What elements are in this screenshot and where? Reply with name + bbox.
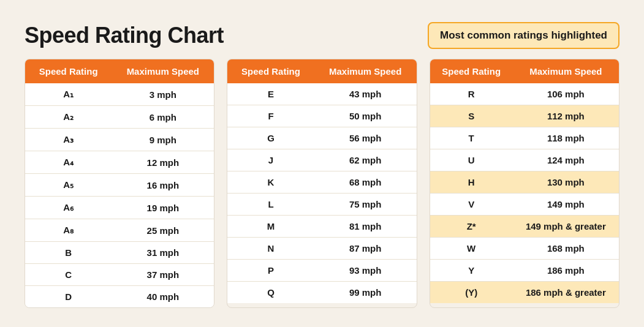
speed-cell: 130 mph <box>513 171 619 194</box>
table-row: W168 mph <box>430 238 619 260</box>
speed-cell: 186 mph <box>513 260 619 282</box>
rating-cell: K <box>227 171 314 194</box>
rating-cell: S <box>430 105 513 127</box>
speed-cell: 93 mph <box>314 260 417 282</box>
table-row: Q99 mph <box>227 282 416 304</box>
table-row: V149 mph <box>430 194 619 216</box>
table-row: (Y)186 mph & greater <box>430 282 619 304</box>
rating-cell: A₈ <box>25 219 112 242</box>
speed-cell: 43 mph <box>314 83 417 105</box>
rating-cell: C <box>25 264 112 286</box>
speed-cell: 149 mph <box>513 194 619 216</box>
speed-cell: 186 mph & greater <box>513 282 619 304</box>
speed-cell: 25 mph <box>112 219 214 242</box>
table-row: Z*149 mph & greater <box>430 216 619 238</box>
rating-cell: D <box>25 286 112 308</box>
table-row: F50 mph <box>227 105 416 127</box>
rating-cell: A₅ <box>25 174 112 197</box>
table3: Speed Rating Maximum Speed R106 mphS112 … <box>430 59 619 303</box>
speed-cell: 68 mph <box>314 171 417 194</box>
rating-cell: M <box>227 216 314 238</box>
speed-cell: 124 mph <box>513 149 619 171</box>
rating-cell: Q <box>227 282 314 304</box>
speed-cell: 118 mph <box>513 127 619 149</box>
table2: Speed Rating Maximum Speed E43 mphF50 mp… <box>227 59 416 303</box>
table3-header-rating: Speed Rating <box>430 59 513 83</box>
rating-cell: E <box>227 83 314 105</box>
tables-row: Speed Rating Maximum Speed A₁3 mphA₂6 mp… <box>25 59 619 308</box>
speed-cell: 75 mph <box>314 194 417 216</box>
rating-cell: T <box>430 127 513 149</box>
rating-cell: B <box>25 242 112 264</box>
table-row: B31 mph <box>25 242 214 264</box>
page-container: Speed Rating Chart Most common ratings h… <box>12 12 632 318</box>
table-row: R106 mph <box>430 83 619 105</box>
table-row: E43 mph <box>227 83 416 105</box>
rating-cell: F <box>227 105 314 127</box>
rating-cell: V <box>430 194 513 216</box>
speed-cell: 99 mph <box>314 282 417 304</box>
speed-cell: 12 mph <box>112 151 214 174</box>
table1-header-speed: Maximum Speed <box>112 59 214 83</box>
speed-cell: 6 mph <box>112 106 214 129</box>
table1: Speed Rating Maximum Speed A₁3 mphA₂6 mp… <box>25 59 214 307</box>
speed-cell: 3 mph <box>112 83 214 106</box>
speed-cell: 62 mph <box>314 149 417 171</box>
rating-cell: H <box>430 171 513 194</box>
rating-cell: A₂ <box>25 106 112 129</box>
speed-cell: 81 mph <box>314 216 417 238</box>
rating-cell: U <box>430 149 513 171</box>
table2-header-speed: Maximum Speed <box>314 59 417 83</box>
table-row: G56 mph <box>227 127 416 149</box>
table-row: A₆19 mph <box>25 197 214 219</box>
table-row: L75 mph <box>227 194 416 216</box>
table3-wrapper: Speed Rating Maximum Speed R106 mphS112 … <box>430 59 619 308</box>
table-row: C37 mph <box>25 264 214 286</box>
table-row: K68 mph <box>227 171 416 194</box>
speed-cell: 112 mph <box>513 105 619 127</box>
rating-cell: (Y) <box>430 282 513 304</box>
table-row: A₂6 mph <box>25 106 214 129</box>
speed-cell: 40 mph <box>112 286 214 308</box>
speed-cell: 9 mph <box>112 129 214 151</box>
table-row: A₃9 mph <box>25 129 214 151</box>
rating-cell: N <box>227 238 314 260</box>
table-row: S112 mph <box>430 105 619 127</box>
rating-cell: J <box>227 149 314 171</box>
table-row: J62 mph <box>227 149 416 171</box>
rating-cell: P <box>227 260 314 282</box>
speed-cell: 19 mph <box>112 197 214 219</box>
rating-cell: A₄ <box>25 151 112 174</box>
table-row: U124 mph <box>430 149 619 171</box>
highlight-badge: Most common ratings highlighted <box>428 22 619 49</box>
table1-wrapper: Speed Rating Maximum Speed A₁3 mphA₂6 mp… <box>25 59 214 308</box>
table-row: A₅16 mph <box>25 174 214 197</box>
table-row: T118 mph <box>430 127 619 149</box>
speed-cell: 31 mph <box>112 242 214 264</box>
table-row: A₁3 mph <box>25 83 214 106</box>
table-row: D40 mph <box>25 286 214 308</box>
table3-header-speed: Maximum Speed <box>513 59 619 83</box>
table1-header-rating: Speed Rating <box>25 59 112 83</box>
rating-cell: Z* <box>430 216 513 238</box>
rating-cell: A₆ <box>25 197 112 219</box>
table-row: A₈25 mph <box>25 219 214 242</box>
speed-cell: 37 mph <box>112 264 214 286</box>
speed-cell: 50 mph <box>314 105 417 127</box>
speed-cell: 106 mph <box>513 83 619 105</box>
speed-cell: 87 mph <box>314 238 417 260</box>
rating-cell: W <box>430 238 513 260</box>
table-row: P93 mph <box>227 260 416 282</box>
speed-cell: 149 mph & greater <box>513 216 619 238</box>
table-row: N87 mph <box>227 238 416 260</box>
rating-cell: A₁ <box>25 83 112 106</box>
table2-header-rating: Speed Rating <box>227 59 314 83</box>
table-row: H130 mph <box>430 171 619 194</box>
page-title: Speed Rating Chart <box>25 23 224 48</box>
rating-cell: Y <box>430 260 513 282</box>
rating-cell: G <box>227 127 314 149</box>
table2-wrapper: Speed Rating Maximum Speed E43 mphF50 mp… <box>227 59 417 308</box>
table-row: Y186 mph <box>430 260 619 282</box>
speed-cell: 168 mph <box>513 238 619 260</box>
speed-cell: 16 mph <box>112 174 214 197</box>
